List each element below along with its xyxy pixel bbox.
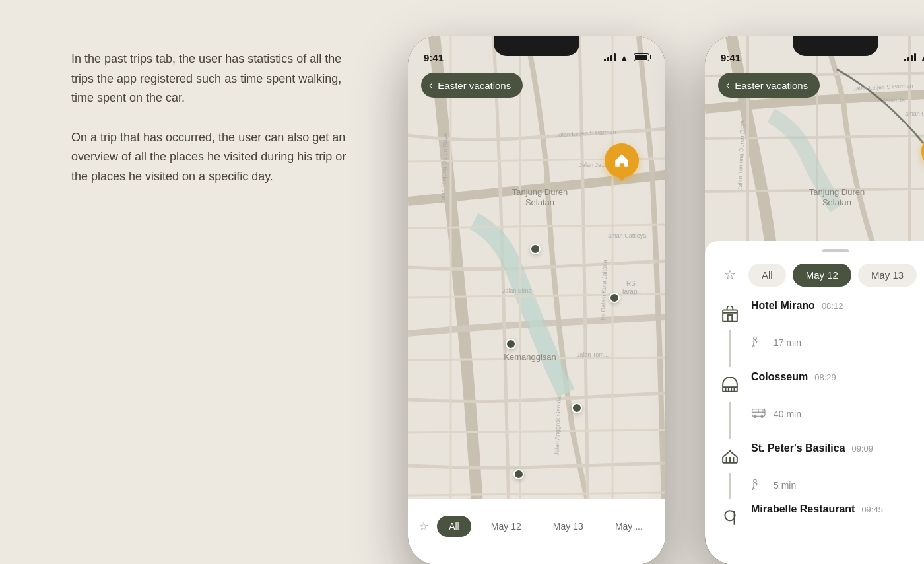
tab-may12-2[interactable]: May 12 [793,264,851,287]
map-marker-2 [609,293,620,303]
mirabelle-content: Mirabelle Restaurant 09:45 [751,503,924,515]
colosseum-content: Colosseum 08:29 [751,371,924,383]
hotel-time: 08:12 [822,301,843,311]
notch-1 [494,36,579,56]
svg-text:Kemanggisan: Kemanggisan [504,352,556,362]
hotel-content: Hotel Mirano 08:12 [751,300,924,312]
trip-header-1: ‹ Easter vacations [421,73,652,98]
timeline-item-mirabelle: Mirabelle Restaurant 09:45 [718,503,924,530]
map-marker-1 [530,244,541,254]
phone-1: Tanjung Duren Selatan Kemanggisan Palmer… [408,36,665,564]
connector-line-1 [729,330,731,367]
walk-icon-2 [751,478,767,493]
svg-text:Taman Cattleya: Taman Cattleya [605,232,647,239]
stpeters-content: St. Peter's Basilica 09:09 [751,442,924,454]
timeline: Hotel Mirano 08:12 [705,292,924,538]
colosseum-icon [718,374,742,398]
map-marker-3 [506,339,516,349]
signal-bars-2 [904,53,916,61]
tab-may12-1[interactable]: May 12 [479,516,533,537]
transport-row-3: 5 min [751,473,924,498]
walk-duration-2: 5 min [774,480,796,491]
status-time-1: 9:41 [424,52,444,63]
timeline-item-stpeters: St. Peter's Basilica 09:09 [718,442,924,469]
svg-rect-40 [728,315,733,322]
svg-text:Tanjung Duren: Tanjung Duren [512,187,568,197]
bottom-tab-bar-1: ☆ All May 12 May 13 May ... [408,499,665,564]
colosseum-time: 08:29 [814,372,836,382]
hotel-icon [718,302,742,326]
connector-line-3 [729,473,731,499]
transport-row-2: 40 min [751,402,924,427]
walk-duration-1: 17 min [774,337,801,348]
status-icons-2: ▲ [904,53,924,63]
wifi-icon-1: ▲ [620,53,628,63]
notch-2 [793,36,878,56]
signal-bars-1 [604,53,616,61]
map-area-1: Tanjung Duren Selatan Kemanggisan Palmer… [408,36,665,564]
svg-text:Taman Cattleya: Taman Cattleya [902,110,924,117]
svg-point-41 [754,337,757,340]
tab-may13-2[interactable]: May 13 [858,264,917,287]
map-svg-2: Tanjung Duren Selatan Jalan Tanjung Dure… [705,36,924,261]
phone-2: Tanjung Duren Selatan Jalan Tanjung Dure… [705,36,924,564]
transport-row-1: 17 min [751,330,924,355]
svg-point-44 [761,416,763,418]
mirabelle-time: 09:45 [861,505,883,514]
star-filter-btn[interactable]: ☆ [718,263,742,287]
svg-text:Jalan Tom...: Jalan Tom... [577,351,609,358]
svg-text:Jalan Ja...: Jalan Ja... [579,162,606,168]
svg-text:Tanjung Duren: Tanjung Duren [809,187,865,197]
phone-2-screen: Tanjung Duren Selatan Jalan Tanjung Dure… [705,36,924,564]
day-filter: ☆ All May 12 May 13 [705,252,924,292]
back-arrow-icon-2: ‹ [726,79,729,91]
stpeters-icon [718,445,742,469]
svg-text:Jalan Bima: Jalan Bima [502,287,532,294]
back-pill-1[interactable]: ‹ Easter vacations [421,73,523,98]
svg-rect-39 [723,310,737,322]
timeline-item-colosseum: Colosseum 08:29 [718,371,924,398]
walk-icon-1 [751,335,767,350]
svg-text:RS: RS [626,280,636,287]
tab-may13-1[interactable]: May 13 [541,516,595,537]
back-arrow-icon-1: ‹ [429,79,432,91]
timeline-item-hotel: Hotel Mirano 08:12 [718,300,924,326]
connector-1: 17 min [718,326,924,371]
map-marker-5 [513,469,524,479]
stpeters-time: 09:09 [852,444,874,454]
map-area-2: Tanjung Duren Selatan Jalan Tanjung Dure… [705,36,924,261]
svg-point-45 [754,479,757,483]
connector-line-2 [729,402,731,439]
phone-1-screen: Tanjung Duren Selatan Kemanggisan Palmer… [408,36,665,564]
svg-text:Selatan: Selatan [525,197,554,207]
status-time-2: 9:41 [721,52,741,63]
battery-icon-1 [634,53,649,61]
colosseum-name: Colosseum [751,371,808,383]
trip-title-1: Easter vacations [438,80,511,91]
tab-all-1[interactable]: All [437,516,471,537]
map-marker-4 [572,403,582,413]
tab-may-more-1[interactable]: May ... [603,516,655,537]
trip-title-2: Easter vacations [735,80,808,91]
connector-2: 40 min [718,398,924,442]
svg-text:Jalan Ja...: Jalan Ja... [882,97,909,104]
bottom-sheet: ☆ All May 12 May 13 [705,241,924,564]
map-svg-1: Tanjung Duren Selatan Kemanggisan Palmer… [408,36,665,564]
svg-point-43 [754,416,756,418]
bus-duration: 40 min [774,409,801,419]
svg-text:Harap...: Harap... [619,288,643,295]
tab-all-2[interactable]: All [748,264,786,287]
back-pill-2[interactable]: ‹ Easter vacations [718,73,820,98]
trip-header-2: ‹ Easter vacations [718,73,924,98]
stpeters-name: St. Peter's Basilica [751,442,845,454]
tab-star-1[interactable]: ☆ [418,519,429,534]
hotel-name: Hotel Mirano [751,300,815,312]
svg-text:Selatan: Selatan [822,197,851,207]
bus-icon [751,407,767,421]
home-marker-2 [921,134,924,168]
mirabelle-icon [718,506,742,530]
status-icons-1: ▲ [604,53,649,63]
description-text: In the past trips tab, the user has stat… [71,50,355,187]
connector-3: 5 min [718,469,924,503]
mirabelle-name: Mirabelle Restaurant [751,503,855,515]
